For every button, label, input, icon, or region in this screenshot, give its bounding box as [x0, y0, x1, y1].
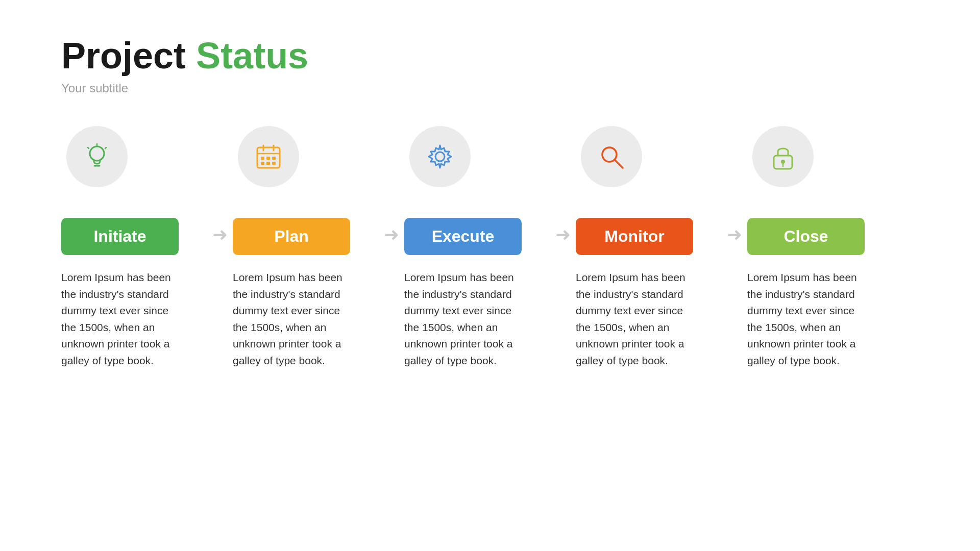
svg-rect-12	[261, 162, 264, 165]
arrow-4: ➜	[722, 126, 747, 244]
svg-line-3	[88, 147, 89, 148]
svg-line-17	[615, 160, 623, 168]
step-plan-wrapper: Plan Lorem Ipsum has been the industry's…	[233, 126, 404, 369]
step-plan: Plan Lorem Ipsum has been the industry's…	[233, 126, 379, 369]
initiate-description: Lorem Ipsum has been the industry's stan…	[61, 269, 184, 369]
initiate-icon-circle	[66, 126, 128, 187]
monitor-icon-circle	[581, 126, 642, 187]
arrow-2: ➜	[379, 126, 404, 244]
svg-point-15	[435, 152, 445, 161]
arrow-3: ➜	[550, 126, 576, 244]
step-execute: Execute Lorem Ipsum has been the industr…	[404, 126, 550, 369]
close-badge: Close	[747, 218, 865, 255]
title-green: Status	[196, 35, 308, 76]
svg-rect-14	[272, 162, 276, 165]
step-close: Close Lorem Ipsum has been the industry'…	[747, 126, 919, 369]
plan-description: Lorem Ipsum has been the industry's stan…	[233, 269, 355, 369]
calendar-icon	[253, 141, 284, 172]
lock-icon	[768, 141, 798, 172]
initiate-badge: Initiate	[61, 218, 179, 255]
svg-line-4	[105, 147, 106, 148]
lightbulb-icon	[82, 141, 112, 172]
execute-description: Lorem Ipsum has been the industry's stan…	[404, 269, 527, 369]
svg-rect-11	[272, 157, 276, 160]
svg-point-0	[90, 146, 104, 161]
monitor-badge: Monitor	[576, 218, 693, 255]
monitor-description: Lorem Ipsum has been the industry's stan…	[576, 269, 698, 369]
close-icon-circle	[752, 126, 814, 187]
plan-badge: Plan	[233, 218, 350, 255]
step-execute-wrapper: Execute Lorem Ipsum has been the industr…	[404, 126, 576, 369]
flow-container: Initiate Lorem Ipsum has been the indust…	[61, 126, 919, 369]
execute-icon-circle	[409, 126, 471, 187]
step-monitor: Monitor Lorem Ipsum has been the industr…	[576, 126, 722, 369]
search-icon	[596, 141, 627, 172]
step-close-wrapper: Close Lorem Ipsum has been the industry'…	[747, 126, 919, 369]
svg-rect-10	[266, 157, 270, 160]
title-area: Project Status Your subtitle	[61, 36, 919, 95]
page-subtitle: Your subtitle	[61, 81, 919, 95]
execute-badge: Execute	[404, 218, 522, 255]
arrow-1: ➜	[207, 126, 233, 244]
page-title: Project Status	[61, 36, 919, 76]
plan-icon-circle	[238, 126, 299, 187]
step-initiate: Initiate Lorem Ipsum has been the indust…	[61, 126, 207, 369]
close-description: Lorem Ipsum has been the industry's stan…	[747, 269, 870, 369]
svg-rect-9	[261, 157, 264, 160]
svg-rect-13	[266, 162, 270, 165]
page-container: Project Status Your subtitle	[0, 0, 980, 551]
step-monitor-wrapper: Monitor Lorem Ipsum has been the industr…	[576, 126, 747, 369]
step-initiate-wrapper: Initiate Lorem Ipsum has been the indust…	[61, 126, 233, 369]
title-black: Project	[61, 35, 186, 76]
gear-icon	[425, 141, 455, 172]
